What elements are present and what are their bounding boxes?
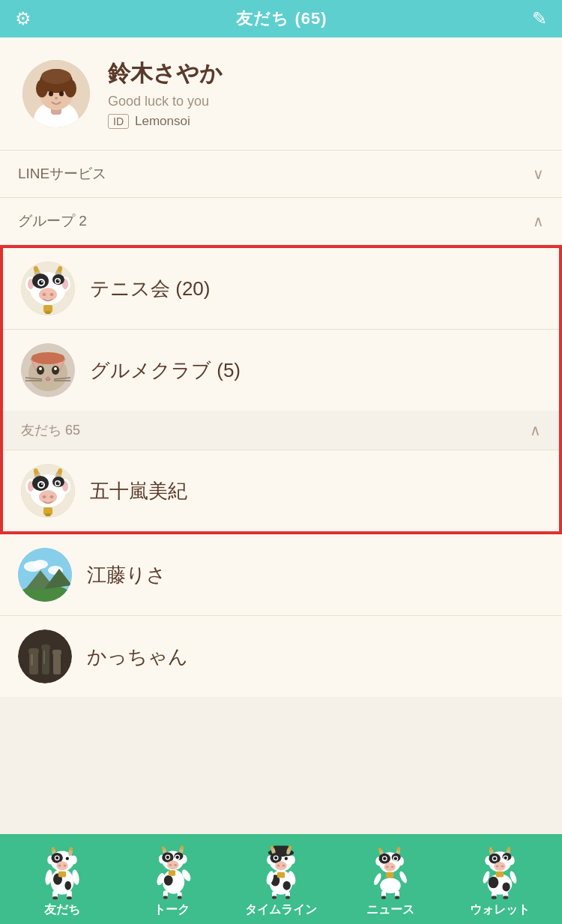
svg-point-5: [36, 79, 48, 97]
svg-point-8: [49, 91, 53, 97]
nav-item-news[interactable]: ニュース: [336, 841, 445, 918]
friends-section-header[interactable]: 友だち 65 ∧: [3, 411, 559, 450]
header: ⚙ 友だち (65) ✎: [0, 0, 562, 37]
nav-item-friends[interactable]: 友だち: [7, 841, 117, 918]
svg-rect-120: [163, 896, 168, 899]
nav-label-wallet: ウォレット: [470, 902, 530, 918]
bottom-navigation: 友だち: [0, 834, 562, 924]
svg-point-28: [58, 280, 59, 281]
svg-rect-89: [31, 654, 33, 665]
groups-section-header[interactable]: グループ 2 ∧: [0, 198, 562, 245]
svg-rect-83: [29, 652, 38, 674]
svg-rect-113: [58, 872, 66, 878]
list-item[interactable]: 江藤りさ: [0, 534, 562, 616]
svg-point-104: [70, 855, 77, 864]
svg-point-93: [64, 881, 71, 890]
friend-avatar: [18, 629, 72, 683]
svg-point-29: [39, 288, 57, 301]
list-item[interactable]: かっちゃん: [0, 616, 562, 697]
highlight-box: テニス会 (20): [0, 245, 562, 534]
avatar: [22, 60, 90, 127]
nav-item-timeline[interactable]: タイムライン: [226, 841, 336, 918]
svg-point-108: [55, 857, 58, 860]
friend-avatar: [18, 548, 72, 602]
svg-rect-138: [169, 870, 175, 876]
svg-point-77: [33, 560, 48, 569]
svg-point-191: [398, 870, 408, 884]
gourmet-group-avatar: [21, 343, 75, 397]
svg-point-43: [54, 367, 57, 370]
cow-talk-icon: [145, 841, 198, 901]
svg-point-42: [39, 367, 42, 370]
cow-timeline-icon: [255, 841, 307, 901]
svg-point-70: [43, 495, 46, 498]
svg-point-112: [64, 865, 66, 867]
svg-point-161: [285, 857, 288, 860]
svg-point-30: [43, 293, 46, 296]
svg-rect-84: [28, 648, 39, 654]
svg-point-212: [494, 862, 505, 871]
groups-list: テニス会 (20): [3, 248, 559, 411]
svg-point-187: [386, 866, 388, 869]
svg-point-160: [274, 857, 277, 860]
svg-rect-97: [67, 896, 72, 899]
svg-point-193: [489, 877, 499, 888]
nav-label-news: ニュース: [366, 902, 414, 918]
svg-point-7: [41, 69, 71, 84]
group-name: グルメクラブ (5): [90, 357, 241, 384]
svg-point-162: [275, 861, 286, 870]
gear-icon[interactable]: ⚙: [15, 8, 31, 29]
svg-point-135: [167, 860, 178, 869]
list-item[interactable]: テニス会 (20): [3, 248, 559, 330]
nav-label-talk: トーク: [154, 902, 190, 918]
friend-name: 江藤りさ: [87, 562, 166, 588]
nav-item-wallet[interactable]: ウォレット: [445, 841, 555, 918]
svg-point-214: [501, 866, 504, 868]
list-item[interactable]: グルメクラブ (5): [3, 330, 559, 411]
line-service-label: LINEサービス: [18, 164, 106, 184]
nav-label-friends: 友だち: [44, 902, 80, 918]
svg-point-65: [39, 483, 43, 487]
nav-item-talk[interactable]: トーク: [117, 841, 226, 918]
add-friend-icon[interactable]: ✎: [532, 8, 547, 29]
nav-label-timeline: タイムライン: [245, 902, 317, 918]
svg-point-111: [58, 865, 61, 867]
profile-id-row: ID Lemonsoi: [108, 114, 223, 129]
svg-point-27: [41, 281, 43, 283]
cow-friends-icon: [36, 841, 88, 901]
tennis-group-avatar: [21, 262, 75, 315]
svg-point-109: [66, 857, 69, 860]
svg-point-33: [45, 311, 51, 314]
chevron-up-icon: ∧: [533, 212, 544, 230]
header-title: 友だち (65): [236, 7, 327, 30]
svg-rect-198: [503, 896, 508, 899]
svg-rect-86: [41, 644, 50, 650]
profile-section[interactable]: 鈴木さやか Good luck to you ID Lemonsoi: [0, 37, 562, 151]
svg-point-69: [39, 490, 57, 504]
group-name: テニス会 (20): [90, 276, 210, 302]
profile-info: 鈴木さやか Good luck to you ID Lemonsoi: [108, 58, 223, 129]
svg-point-143: [283, 881, 291, 890]
svg-point-67: [41, 483, 43, 485]
svg-point-6: [64, 79, 76, 97]
friend-name: 五十嵐美紀: [90, 478, 187, 504]
svg-rect-147: [285, 896, 290, 899]
friend-name: かっちゃん: [87, 644, 188, 670]
svg-rect-85: [42, 648, 49, 674]
profile-id-value: Lemonsoi: [135, 114, 190, 129]
svg-point-163: [277, 865, 280, 867]
cow-wallet-icon: [474, 841, 526, 901]
svg-point-71: [50, 495, 54, 498]
svg-point-188: [391, 866, 393, 869]
svg-point-184: [383, 857, 386, 860]
svg-rect-88: [52, 650, 61, 655]
svg-rect-171: [381, 896, 386, 899]
svg-point-185: [394, 857, 397, 860]
line-service-section[interactable]: LINEサービス ∨: [0, 151, 562, 198]
svg-point-211: [504, 857, 507, 860]
svg-point-194: [502, 882, 510, 891]
list-item[interactable]: 五十嵐美紀: [3, 450, 559, 531]
svg-point-164: [282, 865, 285, 867]
svg-point-133: [166, 856, 169, 859]
friends-label: 友だち 65: [21, 421, 80, 439]
